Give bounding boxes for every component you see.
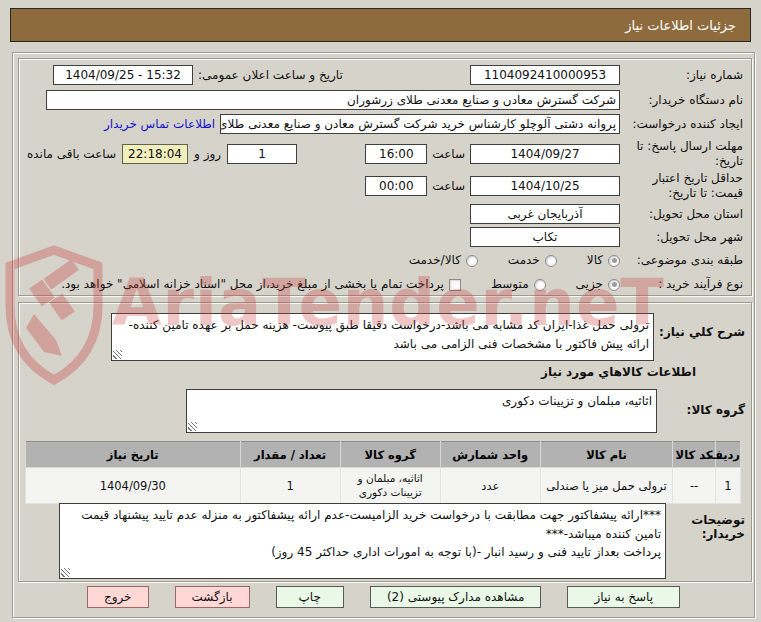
classification-option-goods[interactable]: کالا bbox=[587, 253, 620, 268]
checkbox-icon[interactable] bbox=[449, 279, 461, 291]
view-attachments-button[interactable]: مشاهده مدارک پیوستی (2) bbox=[370, 586, 542, 608]
need-description-textarea[interactable]: ترولی حمل غذا-ایران کد مشابه می باشد-درخ… bbox=[111, 313, 654, 361]
process-type-row: نوع فرآیند خرید : جزیی متوسط پرداخت تمام… bbox=[27, 277, 743, 292]
deadline-row: مهلت ارسال پاسخ: تا تاریخ: 1404/09/27 سا… bbox=[27, 139, 743, 169]
need-number-label: شماره نیاز: bbox=[625, 68, 743, 83]
col-goods-name: نام کالا bbox=[540, 442, 672, 468]
cell-goods-group: اثاثیه، مبلمان و تزیینات دکوری bbox=[340, 468, 440, 504]
deadline-hour-label: ساعت bbox=[432, 147, 465, 162]
need-description-label: شرح کلي نیاز: bbox=[659, 325, 745, 339]
back-button[interactable]: بازگشت bbox=[175, 586, 250, 608]
goods-table: ردیف کد کالا نام کالا واحد شمارش گروه کا… bbox=[25, 441, 741, 504]
creator-row: ایجاد کننده درخواست: پروانه دشتی آلوچلو … bbox=[104, 114, 743, 134]
price-validity-label: حداقل تاریخ اعتبار قیمت: تا تاریخ: bbox=[625, 171, 743, 201]
classification-label: طبقه بندی موضوعی: bbox=[625, 253, 743, 268]
footer-button-row: پاسخ به نیاز مشاهده مدارک پیوستی (2) چاپ… bbox=[12, 586, 755, 608]
price-validity-date-input[interactable]: 1404/10/25 bbox=[470, 176, 620, 196]
col-count-unit: واحد شمارش bbox=[440, 442, 540, 468]
tender-details-page: جزئیات اطلاعات نیاز شماره نیاز: 11040924… bbox=[0, 0, 761, 622]
city-row: شهر محل تحویل: تکاب bbox=[470, 227, 743, 247]
exit-button[interactable]: خروج bbox=[87, 586, 149, 608]
radio-label: کالا/خدمت bbox=[409, 253, 461, 268]
buyer-org-row: نام دستگاه خریدار: شرکت گسترش معادن و صن… bbox=[46, 90, 743, 110]
days-remaining-input[interactable]: 1 bbox=[227, 144, 297, 164]
radio-selected-icon[interactable] bbox=[608, 279, 620, 291]
col-need-date: تاریخ نیاز bbox=[26, 442, 241, 468]
city-input[interactable]: تکاب bbox=[470, 227, 620, 247]
cell-count-unit: عدد bbox=[440, 468, 540, 504]
cell-row-number: 1 bbox=[715, 468, 740, 504]
days-remaining-label: روز و bbox=[194, 147, 221, 162]
col-goods-group: گروه کالا bbox=[340, 442, 440, 468]
announce-row: تاریخ و ساعت اعلان عمومی: 1404/09/25 - 1… bbox=[53, 65, 343, 85]
classification-option-service[interactable]: خدمت bbox=[508, 253, 557, 268]
announce-label: تاریخ و ساعت اعلان عمومی: bbox=[198, 68, 343, 83]
countdown-label: ساعت باقی مانده bbox=[27, 147, 116, 162]
radio-selected-icon[interactable] bbox=[608, 255, 620, 267]
goods-group-label: گروه کالا: bbox=[687, 403, 745, 417]
goods-section-header: اطلاعات کالاهاي مورد نیاز bbox=[541, 365, 696, 379]
process-option-minor[interactable]: جزیی bbox=[576, 277, 620, 292]
countdown-cluster: 1 روز و 22:18:04 ساعت باقی مانده bbox=[27, 144, 297, 164]
col-quantity: تعداد / مقدار bbox=[240, 442, 340, 468]
goods-table-header-row: ردیف کد کالا نام کالا واحد شمارش گروه کا… bbox=[26, 442, 741, 468]
deadline-label: مهلت ارسال پاسخ: تا تاریخ: bbox=[625, 139, 743, 169]
classification-option-goods-service[interactable]: کالا/خدمت bbox=[409, 253, 478, 268]
page-title: جزئیات اطلاعات نیاز bbox=[10, 8, 751, 42]
buyer-org-input[interactable]: شرکت گسترش معادن و صنایع معدنی طلای زرشو… bbox=[46, 90, 620, 110]
buyer-notes-label: توضیحات خریدار: bbox=[673, 513, 745, 541]
cell-goods-code: -- bbox=[673, 468, 716, 504]
buyer-org-label: نام دستگاه خریدار: bbox=[625, 93, 743, 108]
radio-label: کالا bbox=[587, 253, 603, 268]
request-info-groupbox: شماره نیاز: 1104092410000953 تاریخ و ساع… bbox=[18, 58, 752, 296]
process-option-medium[interactable]: متوسط bbox=[491, 277, 546, 292]
creator-label: ایجاد کننده درخواست: bbox=[625, 117, 743, 132]
province-row: استان محل تحویل: آذربایجان غربی bbox=[470, 204, 743, 224]
radio-label: خدمت bbox=[508, 253, 540, 268]
price-validity-time-input[interactable]: 00:00 bbox=[365, 176, 427, 196]
need-number-input[interactable]: 1104092410000953 bbox=[470, 65, 620, 85]
radio-label: متوسط bbox=[491, 277, 529, 292]
cell-need-date: 1404/09/30 bbox=[26, 468, 241, 504]
goods-info-groupbox: شرح کلي نیاز: ترولی حمل غذا-ایران کد مشا… bbox=[18, 302, 752, 582]
col-goods-code: کد کالا bbox=[673, 442, 716, 468]
cell-goods-name: ترولی حمل میز یا صندلی bbox=[540, 468, 672, 504]
announce-input[interactable]: 1404/09/25 - 15:32 bbox=[53, 65, 193, 85]
treasury-checkbox-item[interactable]: پرداخت تمام یا بخشی از مبلغ خرید،از محل … bbox=[61, 277, 461, 292]
radio-label: جزیی bbox=[576, 277, 603, 292]
radio-icon[interactable] bbox=[466, 255, 478, 267]
creator-input[interactable]: پروانه دشتی آلوچلو کارشناس خرید شرکت گست… bbox=[220, 114, 620, 134]
deadline-time-input[interactable]: 16:00 bbox=[365, 144, 427, 164]
respond-to-need-button[interactable]: پاسخ به نیاز bbox=[567, 586, 680, 608]
province-label: استان محل تحویل: bbox=[625, 207, 743, 222]
cell-quantity: 1 bbox=[240, 468, 340, 504]
city-label: شهر محل تحویل: bbox=[625, 230, 743, 245]
treasury-checkbox-label: پرداخت تمام یا بخشی از مبلغ خرید،از محل … bbox=[61, 277, 444, 292]
col-row-number: ردیف bbox=[715, 442, 740, 468]
goods-group-textarea[interactable]: اثاثیه، مبلمان و تزیینات دکوری bbox=[186, 389, 657, 433]
radio-icon[interactable] bbox=[545, 255, 557, 267]
classification-row: طبقه بندی موضوعی: کالا خدمت کالا/خدمت bbox=[409, 253, 743, 268]
print-button[interactable]: چاپ bbox=[276, 586, 344, 608]
need-number-row: شماره نیاز: 1104092410000953 bbox=[470, 65, 743, 85]
countdown-timer: 22:18:04 bbox=[122, 144, 188, 164]
radio-icon[interactable] bbox=[534, 279, 546, 291]
province-input[interactable]: آذربایجان غربی bbox=[470, 204, 620, 224]
buyer-notes-textarea[interactable]: ***ارائه پیشفاکتور جهت مطابقت با درخواست… bbox=[59, 503, 666, 579]
deadline-date-input[interactable]: 1404/09/27 bbox=[470, 144, 620, 164]
process-type-label: نوع فرآیند خرید : bbox=[625, 277, 743, 292]
price-validity-hour-label: ساعت bbox=[432, 179, 465, 194]
buyer-contact-link[interactable]: اطلاعات تماس خریدار bbox=[104, 117, 215, 132]
price-validity-row: حداقل تاریخ اعتبار قیمت: تا تاریخ: 1404/… bbox=[365, 171, 743, 201]
goods-table-row: 1 -- ترولی حمل میز یا صندلی عدد اثاثیه، … bbox=[26, 468, 741, 504]
